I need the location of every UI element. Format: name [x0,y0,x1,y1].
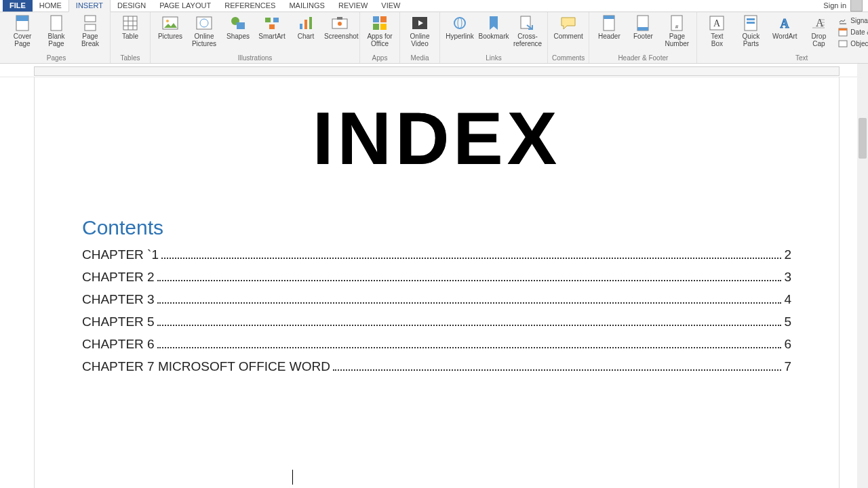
crossref-icon [519,15,536,31]
toc-entry[interactable]: CHAPTER 2 3 [82,270,791,285]
bookmark-button[interactable]: Bookmark [478,14,509,40]
apps-button[interactable]: Apps for Office [364,14,395,47]
pictures-label: Pictures [158,33,182,40]
footer-label: Footer [633,33,653,40]
horizontal-ruler[interactable] [34,66,840,76]
footer-button[interactable]: Footer [627,14,658,40]
page-number-label: Page Number [665,33,690,47]
svg-point-26 [454,18,465,28]
svg-rect-24 [380,24,387,30]
toc-entry[interactable]: CHAPTER 3 4 [82,292,791,307]
toc-leader [157,280,782,281]
table-icon [122,15,138,31]
tab-references[interactable]: REFERENCES [218,0,282,12]
svg-rect-16 [304,20,307,29]
header-button[interactable]: Header [593,14,625,40]
svg-rect-19 [337,17,342,20]
toc-entry[interactable]: CHAPTER 5 5 [82,314,791,329]
table-of-contents: CHAPTER `1 2 CHAPTER 2 3 CHAPTER 3 4 CHA… [82,247,791,374]
tab-review[interactable]: REVIEW [332,0,374,12]
online-pictures-button[interactable]: Online Pictures [189,14,220,47]
signature-line-button[interactable]: Signature Line ▾ [837,15,868,26]
document-workspace: INDEX Contents CHAPTER `1 2 CHAPTER 2 3 … [0,77,868,488]
group-text-label: Text [795,54,808,63]
svg-rect-4 [85,24,96,30]
tab-strip: FILE HOME INSERT DESIGN PAGE LAYOUT REFE… [0,0,868,12]
svg-text:A: A [781,17,789,30]
svg-point-7 [166,20,169,22]
toc-leader [333,369,781,371]
svg-rect-39 [747,22,755,24]
cover-page-icon [14,15,31,31]
tab-insert[interactable]: INSERT [68,0,111,12]
tab-design[interactable]: DESIGN [111,0,153,12]
online-video-button[interactable]: Online Video [404,14,435,47]
shapes-button[interactable]: Shapes [222,14,254,40]
svg-point-27 [458,18,462,28]
dropcap-label: Drop Cap [812,33,827,47]
cover-page-button[interactable]: Cover Page [7,14,38,47]
hyperlink-label: Hyperlink [446,33,474,40]
tab-file[interactable]: FILE [3,0,33,12]
scrollbar-thumb[interactable] [859,118,867,159]
svg-rect-2 [51,16,62,30]
quickparts-button[interactable]: Quick Parts [735,14,766,47]
video-icon [412,15,428,31]
group-pages: Cover Page Blank Page Page Break Pages [3,12,110,63]
tab-pagelayout[interactable]: PAGE LAYOUT [153,0,218,12]
tab-view[interactable]: VIEW [374,0,407,12]
toc-entry-page: 3 [784,270,791,285]
toc-entry-title: CHAPTER 7 MICROSOFT OFFICE WORD [82,359,330,374]
toc-entry-title: CHAPTER 6 [82,337,155,352]
tab-mailings[interactable]: MAILINGS [282,0,332,12]
group-links-label: Links [486,54,501,63]
wordart-button[interactable]: A WordArt [769,14,800,40]
chart-icon [298,15,314,31]
pictures-button[interactable]: Pictures [155,14,186,40]
group-tables: Table Tables [110,12,150,63]
contents-heading: Contents [82,216,791,239]
dropcap-button[interactable]: A Drop Cap [803,14,834,47]
date-icon [838,27,848,37]
svg-rect-1 [16,16,28,21]
svg-rect-21 [373,16,379,22]
shapes-icon [230,15,246,31]
signin-label: Sign in [823,1,846,9]
table-label: Table [122,33,138,40]
tab-home[interactable]: HOME [33,0,68,12]
svg-rect-23 [373,24,379,30]
date-time-button[interactable]: Date & Time [837,26,868,37]
blank-page-button[interactable]: Blank Page [41,14,72,47]
crossref-button[interactable]: Cross- reference [512,14,543,47]
table-button[interactable]: Table [115,14,146,40]
svg-text:A: A [713,18,721,28]
wordart-label: WordArt [772,33,797,40]
group-tables-label: Tables [121,54,140,63]
svg-rect-3 [85,16,96,22]
smartart-button[interactable]: SmartArt [256,14,288,40]
object-button[interactable]: Object ▾ [837,38,868,49]
textbox-button[interactable]: A Text Box [701,14,732,47]
hyperlink-button[interactable]: Hyperlink [444,14,475,40]
group-headerfooter-label: Header & Footer [618,54,668,63]
svg-rect-14 [269,24,275,29]
signin-area[interactable]: Sign in [823,0,868,12]
chart-button[interactable]: Chart [290,14,321,40]
textbox-label: Text Box [711,33,723,47]
svg-rect-30 [604,16,614,19]
comment-button[interactable]: Comment [553,14,584,40]
screenshot-button[interactable]: Screenshot [324,14,355,40]
toc-entry[interactable]: CHAPTER 7 MICROSOFT OFFICE WORD 7 [82,359,791,374]
screenshot-label: Screenshot [324,33,355,40]
page-number-button[interactable]: # Page Number [661,14,692,47]
date-time-label: Date & Time [850,28,868,36]
toc-entry[interactable]: CHAPTER 6 6 [82,337,791,352]
toc-entry[interactable]: CHAPTER `1 2 [82,247,791,262]
document-page[interactable]: INDEX Contents CHAPTER `1 2 CHAPTER 2 3 … [34,77,840,488]
toc-leader [157,302,782,304]
vertical-scrollbar[interactable] [857,64,868,488]
toc-entry-page: 6 [784,337,791,352]
toc-entry-page: 5 [784,314,791,329]
group-comments-label: Comments [552,54,585,63]
page-break-button[interactable]: Page Break [75,14,106,47]
